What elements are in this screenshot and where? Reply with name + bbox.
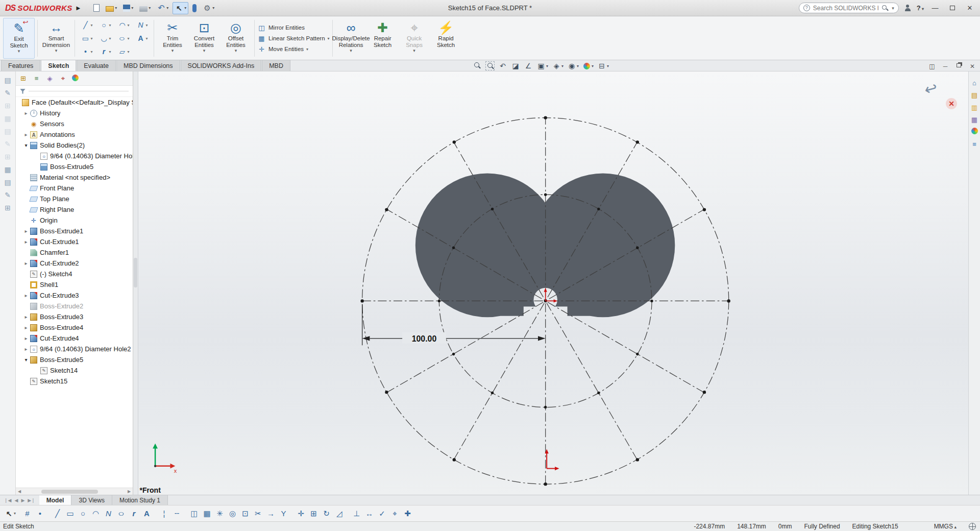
- tree-root-item[interactable]: Face (Default<<Default>_Display Stat: [16, 97, 133, 108]
- previous-view-button[interactable]: [498, 61, 507, 70]
- expand-arrow-icon[interactable]: [22, 239, 30, 245]
- tree-item-front-plane[interactable]: Front Plane: [16, 183, 133, 194]
- expand-arrow-icon[interactable]: [22, 132, 30, 137]
- convert-entities-button[interactable]: Convert Entities: [188, 18, 220, 59]
- zoom-area-button[interactable]: [485, 61, 495, 70]
- smart-dimension-button[interactable]: Smart Dimension: [40, 18, 72, 59]
- linear-sketch-pattern-button[interactable]: Linear Sketch Pattern: [257, 34, 330, 43]
- mirror-tool[interactable]: [188, 508, 200, 520]
- separator[interactable]: [17, 508, 20, 520]
- panel-splitter[interactable]: [133, 71, 138, 495]
- taskpane-file-explorer-tab[interactable]: [970, 103, 978, 111]
- exit-sketch-button[interactable]: Exit Sketch: [3, 18, 35, 59]
- minimize-document-button[interactable]: [942, 62, 949, 70]
- tree-item-top-plane[interactable]: Top Plane: [16, 194, 133, 204]
- circle-tool[interactable]: [96, 18, 114, 32]
- tree-item-annotations[interactable]: Annotations: [16, 129, 133, 140]
- line-tool[interactable]: [78, 18, 96, 32]
- tree-item-sketch15[interactable]: Sketch15: [16, 376, 133, 387]
- taskpane-design-library-tab[interactable]: [970, 91, 978, 99]
- left-strip-icon-6[interactable]: [2, 138, 13, 150]
- tree-item-boss-extrude4[interactable]: Boss-Extrude4: [16, 322, 133, 333]
- graphics-viewport[interactable]: 100.00: [138, 71, 968, 495]
- view-orientation-button[interactable]: [536, 61, 548, 70]
- rectangle-tool[interactable]: [64, 508, 76, 520]
- scrollbar-thumb[interactable]: [41, 490, 98, 494]
- display-style-button[interactable]: [552, 61, 564, 70]
- featuremanager-tab[interactable]: [19, 74, 28, 83]
- add-relation-tool[interactable]: [351, 508, 362, 520]
- separator[interactable]: [290, 508, 294, 520]
- print-button[interactable]: [137, 2, 153, 14]
- taskpane-view-palette-tab[interactable]: [970, 115, 978, 124]
- arc-tool[interactable]: [114, 18, 133, 32]
- minimize-window-button[interactable]: —: [929, 4, 941, 12]
- first-tab-icon[interactable]: ❘◀: [3, 498, 12, 503]
- sketch-plane-tool[interactable]: [114, 45, 133, 58]
- sketch-fillet-tool[interactable]: [96, 45, 114, 58]
- next-tab-icon[interactable]: ▶: [20, 498, 26, 503]
- linear-pattern-tool[interactable]: [201, 508, 213, 520]
- dimxpertmanager-tab[interactable]: [59, 74, 67, 83]
- offset-entities-button[interactable]: Offset Entities: [220, 18, 252, 59]
- select-tool-button[interactable]: [173, 2, 188, 14]
- move-tool[interactable]: [295, 508, 307, 520]
- tree-item-material[interactable]: Material <not specified>: [16, 172, 133, 183]
- tab-features[interactable]: Features: [1, 60, 40, 71]
- globe-icon[interactable]: [969, 523, 976, 530]
- expand-arrow-icon[interactable]: [22, 293, 30, 298]
- restore-document-button[interactable]: [955, 62, 963, 70]
- menu-expand-icon[interactable]: ▶: [77, 5, 81, 11]
- trim-entities-button[interactable]: Trim Entities: [157, 18, 188, 59]
- tree-horizontal-scrollbar[interactable]: ◀ ▶: [16, 488, 133, 495]
- repair-sketch-button[interactable]: Repair Sketch: [367, 18, 399, 59]
- model-tab[interactable]: Model: [39, 495, 72, 505]
- search-icon[interactable]: [881, 5, 889, 12]
- convert-tool[interactable]: [239, 508, 251, 520]
- app-logo[interactable]: DS SOLIDWORKS ▶: [0, 4, 80, 13]
- scrollbar-track[interactable]: [23, 488, 126, 495]
- circle-tool[interactable]: [77, 508, 89, 520]
- rebuild-button[interactable]: [190, 2, 199, 14]
- left-strip-icon-1[interactable]: [2, 75, 13, 86]
- tree-item-boss-extrude5[interactable]: Boss-Extrude5: [16, 354, 133, 365]
- options-button[interactable]: [201, 2, 216, 14]
- grid-snap-tool[interactable]: [21, 508, 33, 520]
- filter-input[interactable]: [29, 91, 129, 91]
- separator[interactable]: [184, 508, 187, 520]
- circular-pattern-tool[interactable]: [214, 508, 226, 520]
- hide-show-items-button[interactable]: [567, 61, 579, 70]
- left-strip-icon-7[interactable]: [2, 151, 13, 162]
- line-tool[interactable]: [52, 508, 63, 520]
- scroll-left-icon[interactable]: ◀: [16, 489, 23, 494]
- ellipse-tool[interactable]: [115, 508, 127, 520]
- undock-window-button[interactable]: [928, 62, 936, 70]
- rapid-sketch-button[interactable]: Rapid Sketch: [430, 18, 462, 59]
- spline-tool[interactable]: [133, 18, 151, 32]
- left-strip-icon-9[interactable]: [2, 177, 13, 188]
- close-document-button[interactable]: [969, 62, 976, 70]
- tree-item-chamfer1[interactable]: Chamfer1: [16, 247, 133, 258]
- sketch-text-tool[interactable]: [133, 32, 151, 45]
- zoom-fit-button[interactable]: [473, 61, 482, 70]
- tree-item-solid-bodies[interactable]: Solid Bodies(2): [16, 140, 133, 151]
- new-document-button[interactable]: [91, 2, 102, 14]
- expand-arrow-icon[interactable]: [22, 346, 30, 352]
- extend-tool[interactable]: [265, 508, 277, 520]
- rectangle-tool[interactable]: [78, 32, 96, 45]
- displaymanager-tab[interactable]: [72, 75, 79, 83]
- taskpane-resources-tab[interactable]: [970, 79, 978, 87]
- tab-solidworks-add-ins[interactable]: SOLIDWORKS Add-Ins: [181, 60, 262, 71]
- tree-item-boss-extrude3[interactable]: Boss-Extrude3: [16, 311, 133, 322]
- expand-arrow-icon[interactable]: [22, 110, 30, 116]
- fillet-tool[interactable]: [128, 508, 140, 520]
- section-view-button[interactable]: [511, 61, 520, 70]
- scroll-right-icon[interactable]: ▶: [126, 489, 133, 494]
- help-button[interactable]: ?: [917, 4, 924, 12]
- dimension-tool[interactable]: [363, 508, 375, 520]
- separator[interactable]: [47, 508, 51, 520]
- offset-tool[interactable]: [227, 508, 238, 520]
- tree-item-boss-extrude2[interactable]: Boss-Extrude2: [16, 301, 133, 311]
- tree-item-cut-extrude4[interactable]: Cut-Extrude4: [16, 333, 133, 344]
- copy-tool[interactable]: [308, 508, 320, 520]
